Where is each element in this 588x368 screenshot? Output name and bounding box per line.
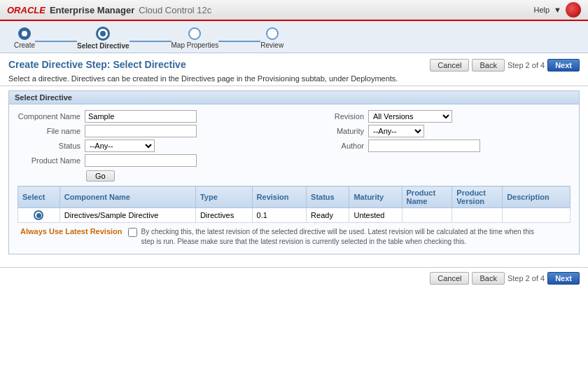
oracle-logo: ORACLE <box>7 5 46 15</box>
wizard-step-directive: Select Directive <box>77 27 130 50</box>
step-circle-create <box>18 27 31 40</box>
product-name-input[interactable] <box>85 154 197 167</box>
help-arrow: ▼ <box>554 6 561 14</box>
file-name-label: File name <box>18 127 80 135</box>
top-cancel-button[interactable]: Cancel <box>430 59 469 71</box>
revision-label: Revision <box>301 112 364 121</box>
revision-select[interactable]: All Versions Latest <box>368 110 452 123</box>
table-header-row: Select Component Name Type Revision Stat… <box>18 186 570 208</box>
section-header: Select Directive <box>9 91 579 104</box>
table-body: Directives/Sample Directive Directives 0… <box>18 208 570 223</box>
bottom-cancel-button[interactable]: Cancel <box>430 272 469 285</box>
col-component-name: Component Name <box>59 186 195 208</box>
maturity-row: Maturity --Any-- Untested Stable <box>301 125 570 137</box>
product-name-row: Product Name <box>18 154 287 167</box>
page-title-bar: Create Directive Step: Select Directive … <box>0 53 588 86</box>
status-label: Status <box>18 142 80 150</box>
page-title: Create Directive Step: Select Directive <box>8 59 186 70</box>
step-label-review: Review <box>260 41 284 49</box>
bottom-step-indicator: Step 2 of 4 <box>507 274 545 282</box>
row-status: Ready <box>307 208 349 223</box>
row-select-cell[interactable] <box>18 208 60 223</box>
col-revision: Revision <box>252 186 306 208</box>
col-description: Description <box>503 186 570 208</box>
row-description <box>503 208 570 223</box>
component-name-label: Component Name <box>18 112 80 121</box>
row-component-name: Directives/Sample Directive <box>59 208 195 223</box>
section-body: Component Name File name Status --Any-- … <box>9 104 579 254</box>
top-step-indicator: Step 2 of 4 <box>507 61 545 69</box>
row-revision: 0.1 <box>252 208 306 223</box>
checkbox-area: By checking this, the latest revision of… <box>128 227 547 247</box>
top-back-button[interactable]: Back <box>472 59 504 71</box>
step-circle-review <box>266 27 279 40</box>
results-table: Select Component Name Type Revision Stat… <box>18 186 570 223</box>
col-product-version: ProductVersion <box>452 186 503 208</box>
table-head: Select Component Name Type Revision Stat… <box>18 186 570 208</box>
page-description: Select a directive. Directives can be cr… <box>8 74 580 83</box>
author-row: Author <box>301 139 570 152</box>
col-maturity: Maturity <box>349 186 402 208</box>
connector-3 <box>218 41 260 42</box>
wizard-step-create: Create <box>14 27 35 49</box>
row-type: Directives <box>195 208 252 223</box>
wizard-bar: Create Select Directive Map Properties R… <box>0 21 588 53</box>
main-content: Select Directive Component Name File nam… <box>0 86 588 264</box>
help-link[interactable]: Help <box>533 6 550 14</box>
row-maturity: Untested <box>349 208 402 223</box>
step-circle-map <box>188 27 201 40</box>
form-grid: Component Name File name Status --Any-- … <box>18 110 570 169</box>
wizard-steps: Create Select Directive Map Properties R… <box>14 27 284 50</box>
go-row: Go <box>18 169 570 182</box>
header-title: Enterprise Manager <box>50 5 134 15</box>
bottom-next-button[interactable]: Next <box>547 272 580 285</box>
go-button[interactable]: Go <box>86 170 115 182</box>
oracle-circle-icon <box>566 2 581 18</box>
select-directive-section: Select Directive Component Name File nam… <box>8 90 580 254</box>
status-row: Status --Any-- Ready Draft <box>18 139 287 152</box>
file-name-input[interactable] <box>85 125 197 137</box>
col-status: Status <box>307 186 349 208</box>
maturity-select[interactable]: --Any-- Untested Stable <box>368 125 424 137</box>
product-name-label: Product Name <box>18 156 80 165</box>
component-name-row: Component Name <box>18 110 287 123</box>
col-product-name: ProductName <box>402 186 452 208</box>
step-circle-directive <box>96 27 110 41</box>
wizard-step-map: Map Properties <box>172 27 219 49</box>
always-latest-section: Always Use Latest Revision By checking t… <box>18 223 570 248</box>
always-latest-checkbox[interactable] <box>128 228 137 237</box>
row-radio-button[interactable] <box>34 210 43 220</box>
header: ORACLE Enterprise Manager Cloud Control … <box>0 0 588 21</box>
header-subtitle: Cloud Control 12c <box>139 5 211 15</box>
step-label-map: Map Properties <box>172 41 219 49</box>
connector-1 <box>35 41 77 42</box>
bottom-action-bar: Cancel Back Step 2 of 4 Next <box>0 267 588 289</box>
author-label: Author <box>301 142 364 150</box>
top-next-button[interactable]: Next <box>547 59 580 71</box>
step-label-directive: Select Directive <box>77 42 130 50</box>
revision-row: Revision All Versions Latest <box>301 110 570 123</box>
col-select: Select <box>18 186 60 208</box>
form-left-col: Component Name File name Status --Any-- … <box>18 110 287 169</box>
top-action-bar: Cancel Back Step 2 of 4 Next <box>430 59 580 71</box>
maturity-label: Maturity <box>301 127 364 135</box>
col-type: Type <box>195 186 252 208</box>
wizard-step-review: Review <box>260 27 284 49</box>
file-name-row: File name <box>18 125 287 137</box>
row-product-version <box>452 208 503 223</box>
component-name-input[interactable] <box>85 110 197 123</box>
connector-2 <box>130 41 172 42</box>
author-input[interactable] <box>368 139 480 152</box>
status-select[interactable]: --Any-- Ready Draft <box>85 139 155 152</box>
table-row: Directives/Sample Directive Directives 0… <box>18 208 570 223</box>
header-right: Help ▼ <box>533 2 581 18</box>
form-right-col: Revision All Versions Latest Maturity --… <box>301 110 570 169</box>
always-latest-label[interactable]: Always Use Latest Revision <box>20 227 122 236</box>
bottom-back-button[interactable]: Back <box>472 272 504 285</box>
row-product-name <box>402 208 452 223</box>
step-label-create: Create <box>14 41 35 49</box>
always-latest-desc: By checking this, the latest revision of… <box>141 227 547 247</box>
